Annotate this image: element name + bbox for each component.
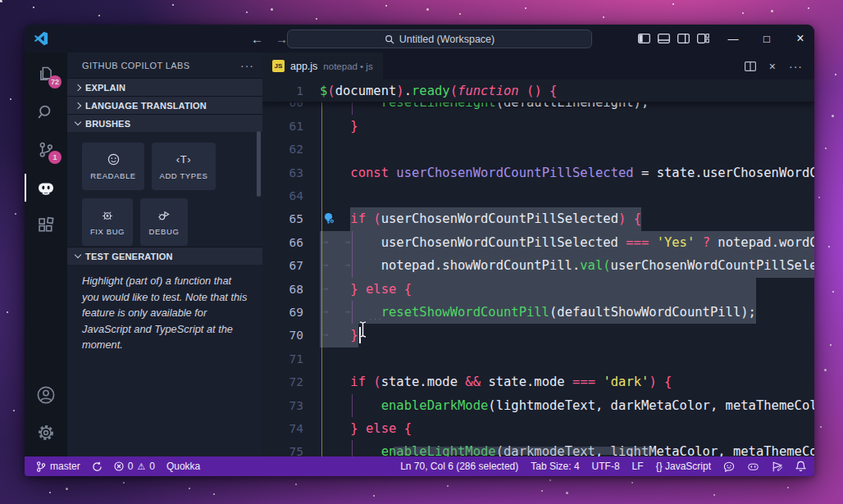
code-editor[interactable]: 60 resetLineHeight(defaultLineHeight);61… [262,79,814,456]
sync-button[interactable] [92,461,103,472]
panel-more-actions[interactable]: ··· [240,59,254,72]
indent-guide [321,184,322,207]
code-line-73: 73 enableDarkMode(lightmodeText, darkMet… [262,394,814,417]
sidebar-item-explorer[interactable]: 72 [25,56,67,93]
workspace-title: Untitled (Workspace) [399,34,494,45]
tab-app-js[interactable]: JS app.js notepad • js [262,52,383,79]
branch-name: master [50,461,80,472]
accounts-button[interactable] [25,376,67,414]
horizontal-scrollbar[interactable] [392,447,654,455]
chevron-right-icon [75,84,81,90]
code-line-67: →→67 notepad.showWordCountPill.val(userC… [262,254,814,277]
activity-bar: 72 1 [25,52,67,456]
settings-button[interactable] [25,414,67,452]
maximize-button[interactable]: □ [761,33,772,45]
search-icon [37,103,55,121]
brush-debug-button[interactable]: DEBUG [140,198,188,246]
brush-add-types-button[interactable]: ‹T› ADD TYPES [152,143,216,190]
quokka-indicator[interactable]: Quokka [166,461,200,472]
mouse-ibeam-cursor [358,320,368,338]
code-text: } [320,324,358,347]
extensions-icon [37,216,55,234]
command-center-search[interactable]: Untitled (Workspace) [287,30,592,48]
editor-actions: × ··· [745,60,814,73]
section-brushes[interactable]: BRUSHES [67,114,262,132]
section-explain[interactable]: EXPLAIN [67,78,262,96]
cursor-position-indicator[interactable]: Ln 70, Col 6 (286 selected) [400,461,518,472]
line-number: 68 [262,278,303,301]
code-text: } else { [320,278,412,301]
sidebar-item-extensions[interactable] [25,207,67,244]
section-language-translation-label: LANGUAGE TRANSLATION [85,101,207,111]
customize-layout-icon[interactable] [697,34,709,43]
tab-bar: JS app.js notepad • js × ··· [262,52,814,79]
more-actions-icon[interactable]: ··· [789,60,803,73]
eol-indicator[interactable]: LF [632,461,644,472]
forward-arrow-icon[interactable]: → [276,32,288,46]
status-bar: master 0 ⚠ 0 Quokka Ln 70, Col 6 (286 se… [25,456,814,476]
chevron-down-icon [75,252,81,258]
scm-badge: 1 [48,151,62,164]
smiley-icon [107,152,120,166]
line-number: 75 [262,440,303,456]
close-editor-icon[interactable]: × [769,60,776,73]
toggle-secondary-sidebar-icon[interactable] [677,34,690,43]
language-mode-indicator[interactable]: {} JavaScript [656,461,711,472]
sidebar-item-copilot-labs[interactable] [25,169,67,207]
brush-add-types-label: ADD TYPES [159,171,207,180]
section-test-generation[interactable]: TEST GENERATION [67,247,262,265]
brush-fix-bug-button[interactable]: FIX BUG [82,198,133,246]
feedback-smiley-icon[interactable] [723,461,735,472]
javascript-file-icon: JS [272,60,285,72]
code-line-70: →70 } [262,324,814,347]
copilot-status-icon[interactable] [747,461,759,472]
gear-icon [36,423,56,443]
sidebar-scrollbar[interactable] [257,131,261,197]
code-line-64: 64 [262,184,814,207]
line-number: 61 [262,115,303,138]
code-text: const userChosenWordCountPillSelected = … [320,161,814,184]
notifications-bell-icon[interactable] [795,461,806,472]
toggle-sidebar-icon[interactable] [638,34,650,43]
split-editor-icon[interactable] [745,61,756,71]
brush-fix-bug-label: FIX BUG [90,227,125,236]
tab-size-indicator[interactable]: Tab Size: 4 [531,461,579,472]
line-number: 69 [262,301,303,324]
code-text: $(document).ready(function () { [320,79,557,102]
toggle-panel-icon[interactable] [658,34,670,43]
line-number: 70 [262,324,303,347]
sidebar-item-search[interactable] [25,93,67,131]
type-brackets-icon: ‹T› [176,152,191,166]
brush-readable-button[interactable]: READABLE [82,143,144,190]
code-line-69: →→69 resetShowWordCountPill(defaultShowW… [262,301,814,324]
copilot-robot-icon [36,179,56,197]
history-nav: ← → [251,25,288,52]
encoding-indicator[interactable]: UTF-8 [592,461,620,472]
vscode-window: ← → Untitled (Workspace) — □ × [25,25,814,476]
close-button[interactable]: × [795,31,806,46]
brushes-body: READABLE ‹T› ADD TYPES FIX BUG [67,132,262,247]
back-arrow-icon[interactable]: ← [251,32,263,46]
sidebar-item-source-control[interactable]: 1 [25,131,67,169]
lightbulb-code-action-icon[interactable] [322,211,335,225]
problems-indicator[interactable]: 0 ⚠ 0 [114,461,155,472]
minimize-button[interactable]: — [727,33,739,45]
window-controls: — □ × [727,25,806,52]
flag-pen-icon[interactable] [772,461,783,472]
code-line-1: 1$(document).ready(function () { [262,79,814,102]
sticky-scroll-line: 1$(document).ready(function () { [262,79,814,102]
warning-count: 0 [149,461,155,472]
bug-fix-icon [101,208,114,221]
chevron-down-icon [75,119,81,125]
code-line-65: 65 if (userChosenWordCountPillSelected) … [262,207,814,230]
section-explain-label: EXPLAIN [85,83,125,93]
whitespace-dots: ··· [369,314,383,324]
title-bar: ← → Untitled (Workspace) — □ × [25,25,814,52]
tab-description: notepad • js [323,61,372,71]
code-text: } else { [320,417,412,440]
branch-indicator[interactable]: master [36,461,80,472]
search-icon [385,34,394,44]
section-language-translation[interactable]: LANGUAGE TRANSLATION [67,96,262,114]
test-generation-description: Highlight (part of) a function that you … [67,265,262,361]
line-number: 65 [262,207,303,230]
